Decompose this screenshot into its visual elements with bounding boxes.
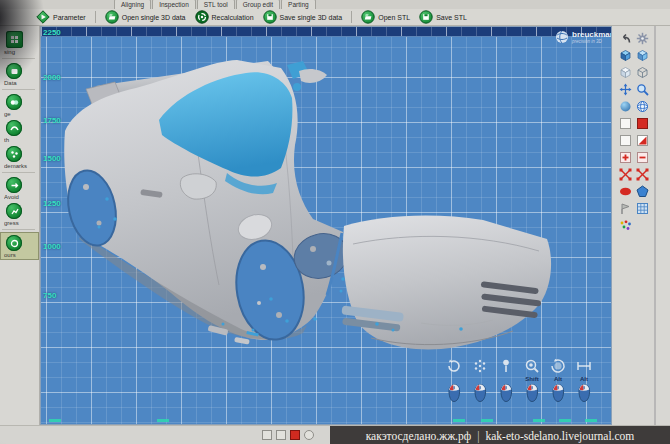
pointer-flag-icon[interactable] bbox=[617, 200, 633, 216]
sidebar-separator bbox=[2, 58, 35, 59]
selection-add-icon[interactable] bbox=[617, 149, 633, 165]
fill-red-icon[interactable] bbox=[634, 115, 650, 131]
sidebar-separator bbox=[2, 229, 35, 230]
sidebar-item-8-selected[interactable]: ours bbox=[0, 232, 39, 260]
zoom-magnifier-icon[interactable] bbox=[634, 81, 650, 97]
hint-column: Shift bbox=[519, 357, 545, 403]
sidebar-item-5[interactable]: demarks bbox=[0, 144, 39, 170]
sidebar-item-label: gress bbox=[4, 220, 40, 226]
cube-solid-icon[interactable] bbox=[617, 47, 633, 63]
right-tool-rail bbox=[612, 26, 670, 425]
screen-edge-line bbox=[654, 26, 656, 425]
sidebar-item-label: sing bbox=[4, 49, 40, 55]
points-icon bbox=[471, 357, 489, 375]
hint-key: Alt bbox=[554, 375, 562, 383]
settings-gear-icon[interactable] bbox=[634, 30, 650, 46]
mouse-icon bbox=[524, 383, 540, 403]
save-3d-data-button[interactable]: Save single 3D data bbox=[263, 10, 343, 24]
parameter-diamond-icon bbox=[36, 10, 50, 24]
cube-light-icon[interactable] bbox=[617, 64, 633, 80]
status-button-1[interactable] bbox=[262, 430, 272, 440]
main-toolbar: Parameter Open single 3D data Recalculat… bbox=[0, 9, 670, 26]
sidebar-item-7[interactable]: gress bbox=[0, 201, 39, 227]
tab-inspection[interactable]: Inspection bbox=[152, 0, 196, 9]
tab-aligning[interactable]: Aligning bbox=[114, 0, 151, 9]
selection-remove-icon[interactable] bbox=[634, 149, 650, 165]
sidebar-item-4[interactable]: th bbox=[0, 118, 39, 144]
undo-icon[interactable] bbox=[617, 30, 633, 46]
open-stl-button[interactable]: Open STL bbox=[361, 10, 410, 24]
grid-icon[interactable] bbox=[634, 200, 650, 216]
select-rect-2-icon[interactable] bbox=[617, 132, 633, 148]
open-3d-data-button[interactable]: Open single 3D data bbox=[105, 10, 186, 24]
delete-cross-icon[interactable] bbox=[617, 166, 633, 182]
teal-marker bbox=[49, 419, 61, 422]
processing-icon bbox=[6, 31, 23, 48]
merge-icon bbox=[6, 94, 22, 110]
mouse-icon bbox=[472, 383, 488, 403]
ruler-value: 1500 bbox=[43, 154, 61, 163]
teal-marker bbox=[585, 419, 597, 422]
sphere-wireframe-icon[interactable] bbox=[634, 98, 650, 114]
hint-column bbox=[493, 357, 519, 403]
measure-icon bbox=[575, 357, 593, 375]
recalculation-label: Recalculation bbox=[212, 14, 254, 21]
sidebar-item-label: ours bbox=[4, 252, 40, 258]
avoid-icon bbox=[6, 177, 22, 193]
save-stl-button[interactable]: Save STL bbox=[419, 10, 467, 24]
teal-marker bbox=[533, 419, 545, 422]
open-3d-data-label: Open single 3D data bbox=[122, 14, 186, 21]
sidebar-item-1[interactable]: sing bbox=[0, 29, 39, 56]
sidebar-separator bbox=[2, 89, 35, 90]
watermark-divider: | bbox=[477, 430, 479, 442]
teal-marker bbox=[453, 419, 465, 422]
breuckmann-globe-icon bbox=[555, 30, 569, 44]
status-buttons bbox=[262, 430, 314, 440]
save-stl-label: Save STL bbox=[436, 14, 467, 21]
status-button-2[interactable] bbox=[276, 430, 286, 440]
cube-wireframe-icon[interactable] bbox=[634, 64, 650, 80]
mouse-icon bbox=[550, 383, 566, 403]
cube-shaded-icon[interactable] bbox=[634, 47, 650, 63]
sidebar-item-6[interactable]: Avoid bbox=[0, 175, 39, 201]
landmarks-icon bbox=[6, 146, 22, 162]
tab-parting[interactable]: Parting bbox=[281, 0, 316, 9]
parameter-button[interactable]: Parameter bbox=[36, 10, 86, 24]
hint-key: Alt bbox=[580, 375, 588, 383]
toolbar-separator bbox=[95, 11, 96, 23]
viewport-3d[interactable]: 2250 2000 1750 1500 1250 1000 750 breuck… bbox=[40, 26, 612, 425]
watermark-bar: какэтосделано.жж.рф | kak-eto-sdelano.li… bbox=[330, 426, 670, 444]
tab-stl-tool[interactable]: STL tool bbox=[197, 0, 235, 9]
pan-arrows-icon[interactable] bbox=[617, 81, 633, 97]
sidebar-item-2[interactable]: Data bbox=[0, 61, 39, 87]
recalculation-button[interactable]: Recalculation bbox=[195, 10, 254, 24]
sidebar-item-label: demarks bbox=[4, 163, 40, 169]
mouse-icon bbox=[498, 383, 514, 403]
save-stl-icon bbox=[419, 10, 433, 24]
logo-name: breuckmann bbox=[572, 31, 612, 39]
save-3d-data-icon bbox=[263, 10, 277, 24]
app-window: Aligning Inspection STL tool Group edit … bbox=[0, 0, 670, 444]
watermark-latin: kak-eto-sdelano.livejournal.com bbox=[485, 430, 634, 442]
sidebar-separator bbox=[2, 172, 35, 173]
sidebar-item-3[interactable]: ge bbox=[0, 92, 39, 118]
sphere-solid-icon[interactable] bbox=[617, 98, 633, 114]
status-button-round[interactable] bbox=[304, 430, 314, 440]
color-points-icon[interactable] bbox=[617, 217, 633, 233]
tab-group-edit[interactable]: Group edit bbox=[236, 0, 280, 9]
hint-column bbox=[441, 357, 467, 403]
polygon-blue-icon[interactable] bbox=[634, 183, 650, 199]
triangle-red-icon[interactable] bbox=[634, 132, 650, 148]
hint-key: Shift bbox=[525, 375, 538, 383]
delete-cross-2-icon[interactable] bbox=[634, 166, 650, 182]
recalculation-icon bbox=[195, 10, 209, 24]
ruler-value: 1750 bbox=[43, 116, 61, 125]
ruler-value: 750 bbox=[43, 291, 56, 300]
status-button-red[interactable] bbox=[290, 430, 300, 440]
ellipse-red-icon[interactable] bbox=[617, 183, 633, 199]
teal-marker bbox=[559, 419, 571, 422]
sidebar-item-label: ge bbox=[4, 111, 40, 117]
ruler-value: 2250 bbox=[43, 28, 61, 37]
ruler-value: 1250 bbox=[43, 199, 61, 208]
select-rect-icon[interactable] bbox=[617, 115, 633, 131]
